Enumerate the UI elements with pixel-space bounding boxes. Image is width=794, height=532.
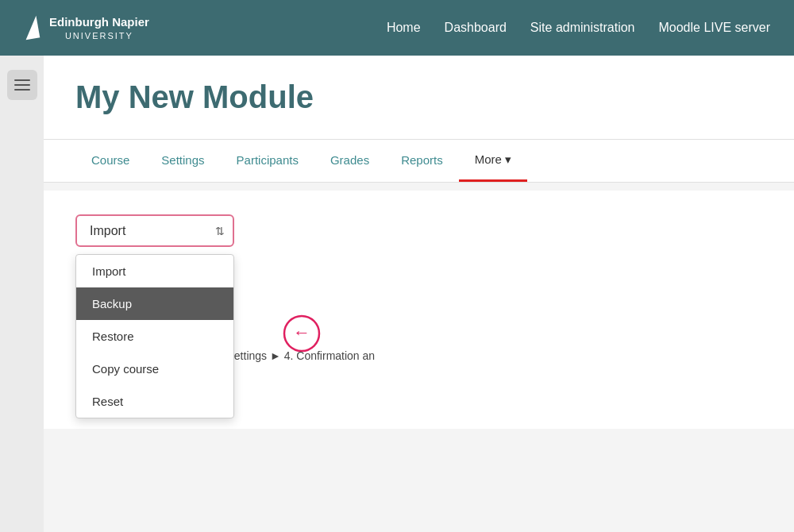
dropdown-item-import[interactable]: Import xyxy=(76,255,233,287)
university-name: Edinburgh Napier xyxy=(49,14,149,30)
tab-reports[interactable]: Reports xyxy=(385,141,459,182)
dropdown-item-backup[interactable]: Backup xyxy=(76,287,233,320)
nav-site-admin[interactable]: Site administration xyxy=(530,21,635,35)
dropdown-menu: Import Backup Restore Copy course Reset xyxy=(75,254,234,418)
nav-home[interactable]: Home xyxy=(387,21,421,35)
import-select-wrapper: Import ⇅ Import Backup Restore Copy cour… xyxy=(75,214,234,247)
hamburger-icon xyxy=(14,84,30,86)
tab-course[interactable]: Course xyxy=(75,141,145,182)
page-title-area: My New Module xyxy=(44,56,794,139)
sidebar-toggle-button[interactable] xyxy=(7,70,37,100)
main-content: My New Module Course Settings Participan… xyxy=(44,56,794,532)
tab-more[interactable]: More ▾ xyxy=(459,140,527,182)
top-navigation: Edinburgh Napier UNIVERSITY Home Dashboa… xyxy=(0,0,794,56)
content-area: Import ⇅ Import Backup Restore Copy cour… xyxy=(44,191,794,429)
dropdown-item-reset[interactable]: Reset xyxy=(76,385,233,418)
tab-participants[interactable]: Participants xyxy=(221,141,314,182)
page-title: My New Module xyxy=(75,79,762,115)
arrow-annotation: ← xyxy=(282,314,322,353)
dropdown-item-restore[interactable]: Restore xyxy=(76,320,233,353)
nav-moodle-live[interactable]: Moodle LIVE server xyxy=(658,21,770,35)
tab-settings[interactable]: Settings xyxy=(145,141,220,182)
arrow-left-icon: ← xyxy=(282,314,322,353)
logo: Edinburgh Napier UNIVERSITY xyxy=(24,14,149,41)
logo-arrow-icon xyxy=(22,16,40,40)
course-tabs: Course Settings Participants Grades Repo… xyxy=(44,140,794,183)
logo-text: Edinburgh Napier UNIVERSITY xyxy=(49,14,149,41)
sidebar xyxy=(0,56,44,532)
dropdown-item-copy-course[interactable]: Copy course xyxy=(76,353,233,385)
hamburger-icon xyxy=(14,79,30,81)
tab-grades[interactable]: Grades xyxy=(314,141,385,182)
svg-text:←: ← xyxy=(293,322,310,342)
nav-links: Home Dashboard Site administration Moodl… xyxy=(387,21,770,35)
nav-dashboard[interactable]: Dashboard xyxy=(445,21,507,35)
university-sub: UNIVERSITY xyxy=(49,30,149,41)
hamburger-icon xyxy=(14,89,30,91)
import-select[interactable]: Import xyxy=(75,214,234,247)
